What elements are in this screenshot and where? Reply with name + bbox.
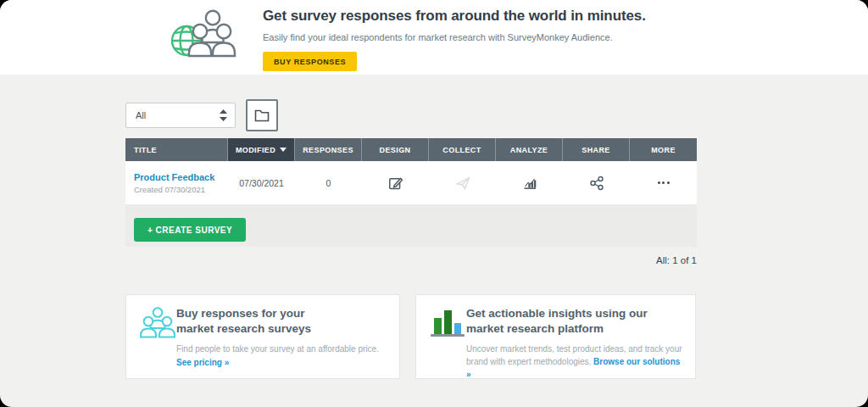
people-group-icon	[139, 306, 176, 341]
column-header-modified[interactable]: MODIFIED	[228, 138, 295, 161]
survey-count-label: All: 1 of 1	[125, 255, 697, 265]
insights-card: Get actionable insights using our market…	[415, 294, 696, 379]
card-body-text: Find people to take your survey at an af…	[176, 344, 379, 354]
survey-created-date: Created 07/30/2021	[134, 185, 205, 194]
column-header-title[interactable]: TITLE	[125, 138, 228, 161]
survey-list-table: TITLE MODIFIED RESPONSES DESIGN COLLECT …	[125, 138, 697, 204]
surveymonkey-dashboard: Get survey responses from around the wor…	[0, 0, 868, 407]
paper-plane-icon	[455, 176, 470, 191]
share-nodes-icon	[589, 176, 604, 191]
share-survey-button[interactable]	[586, 172, 608, 194]
color-bar-chart-icon	[429, 306, 466, 341]
collect-responses-button[interactable]	[452, 172, 474, 194]
sort-desc-icon	[280, 148, 287, 152]
column-header-collect[interactable]: COLLECT	[429, 138, 496, 161]
card-title: Get actionable insights using our market…	[466, 306, 685, 336]
globe-people-icon	[168, 7, 246, 63]
survey-table-header: TITLE MODIFIED RESPONSES DESIGN COLLECT …	[125, 138, 697, 161]
design-survey-button[interactable]	[385, 172, 407, 194]
create-survey-strip: + CREATE SURVEY	[125, 204, 697, 247]
folder-filter-value: All	[136, 110, 146, 120]
bar-chart-icon	[522, 176, 537, 191]
column-header-design[interactable]: DESIGN	[362, 138, 429, 161]
buy-responses-card: Buy responses for your market research s…	[125, 294, 400, 379]
more-options-button[interactable]	[654, 178, 673, 187]
table-row: Product Feedback Created 07/30/2021 07/3…	[125, 161, 697, 204]
column-header-responses[interactable]: RESPONSES	[295, 138, 362, 161]
survey-title-link[interactable]: Product Feedback	[134, 172, 214, 182]
card-title: Buy responses for your market research s…	[176, 306, 389, 336]
audience-promo-banner: Get survey responses from around the wor…	[0, 0, 868, 75]
survey-modified-date: 07/30/2021	[228, 178, 295, 188]
see-pricing-link[interactable]: See pricing »	[176, 356, 229, 369]
buy-responses-button[interactable]: BUY RESPONSES	[263, 52, 357, 71]
folder-icon	[254, 109, 270, 122]
manage-folders-button[interactable]	[246, 99, 278, 131]
column-header-analyze[interactable]: ANALYZE	[496, 138, 563, 161]
survey-response-count: 0	[295, 178, 362, 188]
folder-filter-dropdown[interactable]: All	[125, 103, 236, 128]
analyze-results-button[interactable]	[519, 172, 541, 194]
column-header-more[interactable]: MORE	[630, 138, 697, 161]
ellipsis-icon	[658, 181, 670, 184]
edit-icon	[388, 176, 403, 191]
banner-subtitle: Easily find your ideal respondents for m…	[263, 32, 646, 42]
sort-arrows-icon	[220, 109, 227, 121]
banner-title: Get survey responses from around the wor…	[263, 8, 646, 25]
column-header-share[interactable]: SHARE	[563, 138, 630, 161]
create-survey-button[interactable]: + CREATE SURVEY	[134, 218, 246, 242]
